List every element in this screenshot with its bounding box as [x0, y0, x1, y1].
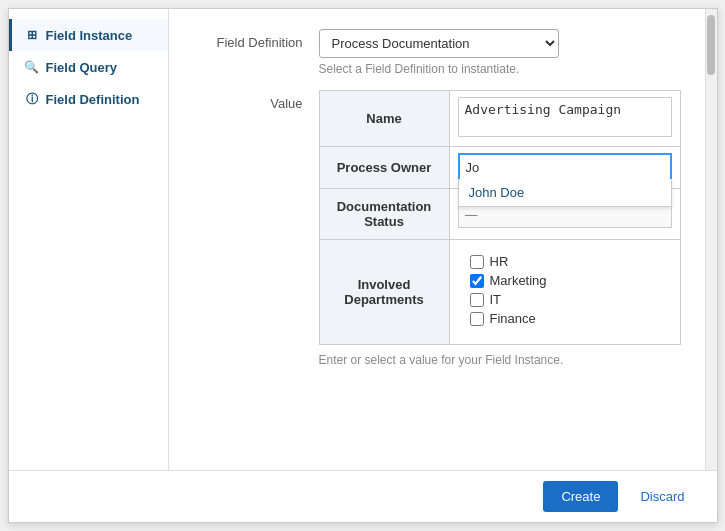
dialog-body: ⊞ Field Instance 🔍 Field Query ⓘ Field D…	[9, 9, 717, 470]
sidebar-item-label-field-definition: Field Definition	[46, 92, 140, 107]
scrollbar-track	[705, 9, 717, 470]
create-button[interactable]: Create	[543, 481, 618, 512]
value-table: Name Advertising Campaign Process Owner	[319, 90, 681, 345]
checkbox-marketing[interactable]	[470, 274, 484, 288]
name-cell-label: Name	[319, 91, 449, 147]
sidebar-item-field-instance[interactable]: ⊞ Field Instance	[9, 19, 168, 51]
checkbox-marketing-label: Marketing	[490, 273, 547, 288]
table-row-name: Name Advertising Campaign	[319, 91, 680, 147]
value-row: Value Name Advertising Campaign	[193, 90, 681, 367]
involved-departments-cell-input: HR Marketing IT	[449, 240, 680, 345]
field-query-icon: 🔍	[24, 59, 40, 75]
value-label: Value	[193, 90, 303, 111]
process-owner-cell-input: John Doe	[449, 147, 680, 189]
value-table-wrap: Name Advertising Campaign Process Owner	[319, 90, 681, 367]
field-instance-icon: ⊞	[24, 27, 40, 43]
sidebar-item-field-query[interactable]: 🔍 Field Query	[9, 51, 168, 83]
discard-button[interactable]: Discard	[628, 481, 696, 512]
checkbox-item-hr[interactable]: HR	[470, 254, 660, 269]
field-definition-select[interactable]: Process Documentation Other Definition	[319, 29, 559, 58]
checkbox-item-marketing[interactable]: Marketing	[470, 273, 660, 288]
sidebar: ⊞ Field Instance 🔍 Field Query ⓘ Field D…	[9, 9, 169, 470]
checkbox-finance-label: Finance	[490, 311, 536, 326]
footer: Create Discard	[9, 470, 717, 522]
involved-departments-cell-label: Involved Departments	[319, 240, 449, 345]
sidebar-item-field-definition[interactable]: ⓘ Field Definition	[9, 83, 168, 115]
checkbox-item-finance[interactable]: Finance	[470, 311, 660, 326]
main-content: Field Definition Process Documentation O…	[169, 9, 705, 470]
sidebar-item-label-field-instance: Field Instance	[46, 28, 133, 43]
checkbox-item-it[interactable]: IT	[470, 292, 660, 307]
table-row-process-owner: Process Owner John Doe	[319, 147, 680, 189]
field-definition-row: Field Definition Process Documentation O…	[193, 29, 681, 76]
table-row-involved-departments: Involved Departments HR	[319, 240, 680, 345]
autocomplete-item-john-doe[interactable]: John Doe	[459, 179, 671, 206]
dialog: ⊞ Field Instance 🔍 Field Query ⓘ Field D…	[8, 8, 718, 523]
field-definition-control: Process Documentation Other Definition S…	[319, 29, 681, 76]
process-owner-input[interactable]	[458, 153, 672, 182]
checkbox-list: HR Marketing IT	[458, 246, 672, 338]
checkbox-hr[interactable]	[470, 255, 484, 269]
value-hint: Enter or select a value for your Field I…	[319, 353, 681, 367]
checkbox-it[interactable]	[470, 293, 484, 307]
field-definition-hint: Select a Field Definition to instantiate…	[319, 62, 681, 76]
autocomplete-dropdown: John Doe	[458, 179, 672, 207]
field-definition-label: Field Definition	[193, 29, 303, 50]
checkbox-it-label: IT	[490, 292, 502, 307]
field-definition-info-icon: ⓘ	[24, 91, 40, 107]
name-textarea[interactable]: Advertising Campaign	[458, 97, 672, 137]
sidebar-item-label-field-query: Field Query	[46, 60, 118, 75]
name-cell-input: Advertising Campaign	[449, 91, 680, 147]
doc-status-cell-label: Documentation Status	[319, 189, 449, 240]
checkbox-hr-label: HR	[490, 254, 509, 269]
checkbox-finance[interactable]	[470, 312, 484, 326]
process-owner-cell-label: Process Owner	[319, 147, 449, 189]
scrollbar-thumb[interactable]	[707, 15, 715, 75]
